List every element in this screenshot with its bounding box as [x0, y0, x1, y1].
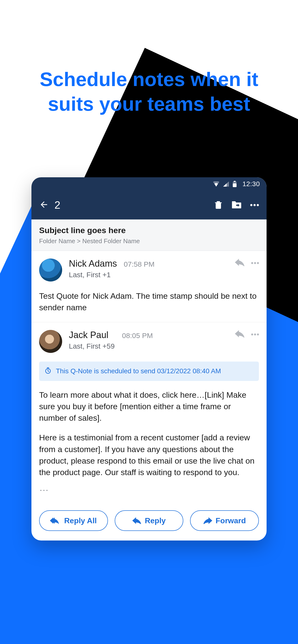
avatar	[39, 258, 62, 282]
svg-point-5	[257, 204, 259, 206]
app-toolbar: 2	[32, 191, 266, 220]
message-more-icon[interactable]	[251, 332, 259, 336]
svg-point-11	[257, 334, 259, 336]
recipient-summary: Last, First +59	[69, 342, 228, 350]
avatar	[39, 330, 62, 353]
svg-point-10	[254, 334, 256, 336]
sender-name: Jack Paul	[69, 330, 108, 340]
recipient-summary: Last, First +1	[69, 271, 228, 279]
svg-point-4	[254, 204, 256, 206]
reply-icon[interactable]	[235, 258, 244, 267]
message-body: Test Quote for Nick Adam. The time stamp…	[39, 290, 259, 314]
cellular-icon	[223, 181, 229, 187]
subject-line: Subject line goes here	[39, 226, 259, 235]
message-more-icon[interactable]	[251, 261, 259, 265]
svg-rect-2	[234, 181, 236, 182]
subject-block: Subject line goes here Folder Name > Nes…	[32, 220, 266, 251]
message-item[interactable]: Nick Adams 07:58 PM Last, First +1 Test …	[32, 251, 266, 322]
svg-point-8	[257, 262, 259, 264]
move-folder-icon[interactable]	[232, 200, 242, 210]
back-icon[interactable]	[39, 200, 49, 210]
message-time: 08:05 PM	[122, 332, 153, 340]
svg-point-3	[250, 204, 252, 206]
action-row: Reply All Reply Forward	[32, 502, 266, 531]
message-body-paragraph: Here is a testimonial from a recent cust…	[39, 432, 259, 478]
reply-all-label: Reply All	[64, 516, 97, 525]
phone-frame: 12:30 2 Subject line goes here Folder Na…	[32, 177, 266, 540]
reply-button[interactable]: Reply	[115, 510, 184, 531]
svg-point-7	[254, 262, 256, 264]
sender-name: Nick Adams	[69, 258, 117, 269]
svg-point-9	[251, 334, 253, 336]
status-bar: 12:30	[32, 177, 266, 191]
reply-label: Reply	[145, 516, 166, 525]
message-body-paragraph: To learn more about what it does, click …	[39, 389, 259, 424]
forward-button[interactable]: Forward	[190, 510, 259, 531]
forward-label: Forward	[216, 516, 246, 525]
toolbar-count: 2	[54, 199, 60, 211]
schedule-banner: This Q-Note is scheduled to send 03/12/2…	[39, 362, 259, 381]
message-body-paragraph: Test Quote for Nick Adam. The time stamp…	[39, 290, 259, 314]
more-icon[interactable]	[250, 203, 259, 207]
message-time: 07:58 PM	[124, 260, 155, 268]
stopwatch-icon	[44, 367, 52, 376]
wifi-icon	[213, 181, 219, 187]
svg-point-6	[251, 262, 253, 264]
reply-icon[interactable]	[235, 330, 244, 338]
trash-icon[interactable]	[214, 200, 223, 210]
show-more-ellipsis[interactable]: …	[39, 482, 259, 493]
message-item[interactable]: Jack Paul 08:05 PM Last, First +59 This …	[32, 322, 266, 502]
svg-rect-1	[233, 183, 237, 187]
status-time: 12:30	[242, 180, 260, 188]
folder-breadcrumb: Folder Name > Nested Folder Name	[39, 238, 259, 245]
promo-headline: Schedule notes when it suits your teams …	[0, 67, 298, 116]
schedule-text: This Q-Note is scheduled to send 03/12/2…	[56, 367, 221, 375]
message-body: To learn more about what it does, click …	[39, 389, 259, 478]
battery-icon	[233, 181, 237, 187]
reply-all-button[interactable]: Reply All	[39, 510, 108, 531]
